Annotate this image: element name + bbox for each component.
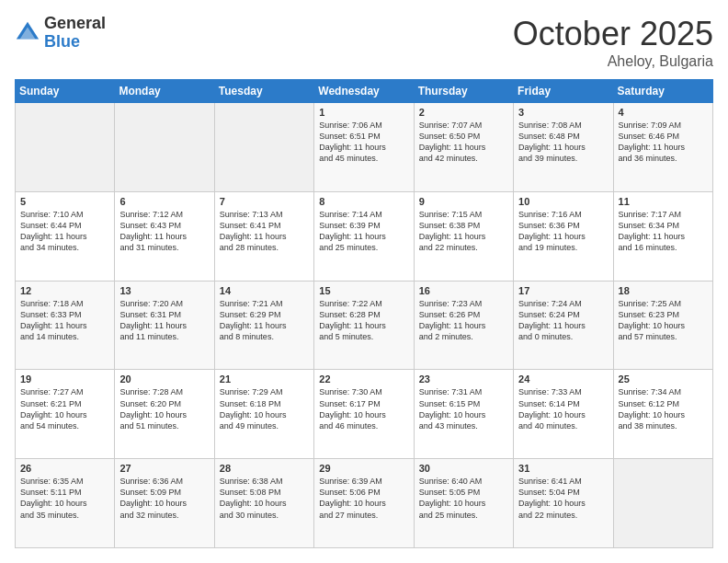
day-number: 2 bbox=[419, 107, 508, 118]
header-saturday: Saturday bbox=[613, 80, 712, 103]
sunset-text: Sunset: 6:29 PM bbox=[220, 309, 309, 320]
calendar-cell: 24Sunrise: 7:33 AMSunset: 6:14 PMDayligh… bbox=[514, 370, 613, 459]
calendar-cell: 15Sunrise: 7:22 AMSunset: 6:28 PMDayligh… bbox=[314, 281, 414, 370]
sunrise-text: Sunrise: 7:17 AM bbox=[619, 209, 708, 220]
daylight-text: and 25 minutes. bbox=[319, 242, 408, 253]
sunrise-text: Sunrise: 7:12 AM bbox=[119, 209, 209, 220]
sunrise-text: Sunrise: 7:09 AM bbox=[619, 120, 708, 131]
daylight-text: and 25 minutes. bbox=[419, 510, 508, 521]
sunset-text: Sunset: 6:15 PM bbox=[419, 398, 508, 409]
day-number: 8 bbox=[319, 196, 408, 207]
day-number: 20 bbox=[119, 373, 209, 385]
sunrise-text: Sunrise: 7:14 AM bbox=[319, 209, 408, 220]
daylight-text: and 35 minutes. bbox=[20, 510, 109, 521]
daylight-text: and 54 minutes. bbox=[20, 420, 109, 431]
calendar-cell: 13Sunrise: 7:20 AMSunset: 6:31 PMDayligh… bbox=[115, 281, 214, 370]
calendar-cell: 16Sunrise: 7:23 AMSunset: 6:26 PMDayligh… bbox=[414, 281, 513, 370]
day-number: 16 bbox=[419, 285, 508, 296]
daylight-text: Daylight: 11 hours bbox=[518, 231, 608, 242]
header-wednesday: Wednesday bbox=[314, 80, 414, 103]
daylight-text: Daylight: 10 hours bbox=[619, 320, 708, 331]
sunset-text: Sunset: 6:38 PM bbox=[419, 220, 508, 231]
sunrise-text: Sunrise: 7:28 AM bbox=[119, 386, 209, 397]
sunset-text: Sunset: 6:43 PM bbox=[119, 220, 209, 231]
sunset-text: Sunset: 6:50 PM bbox=[419, 131, 508, 142]
sunset-text: Sunset: 6:46 PM bbox=[619, 131, 708, 142]
sunrise-text: Sunrise: 7:30 AM bbox=[319, 386, 408, 397]
calendar-cell bbox=[214, 103, 313, 192]
daylight-text: and 45 minutes. bbox=[319, 153, 408, 164]
daylight-text: and 16 minutes. bbox=[619, 242, 708, 253]
day-number: 4 bbox=[619, 107, 708, 118]
sunset-text: Sunset: 6:44 PM bbox=[20, 220, 109, 231]
daylight-text: and 2 minutes. bbox=[419, 331, 508, 342]
calendar-cell: 26Sunrise: 6:35 AMSunset: 5:11 PMDayligh… bbox=[16, 459, 115, 548]
sunrise-text: Sunrise: 6:40 AM bbox=[419, 476, 508, 487]
sunset-text: Sunset: 5:04 PM bbox=[518, 487, 608, 498]
daylight-text: and 49 minutes. bbox=[220, 420, 309, 431]
month-title: October 2025 bbox=[513, 15, 713, 53]
daylight-text: Daylight: 11 hours bbox=[319, 142, 408, 153]
sunrise-text: Sunrise: 7:23 AM bbox=[419, 298, 508, 309]
day-number: 11 bbox=[619, 196, 708, 207]
title-block: October 2025 Aheloy, Bulgaria bbox=[513, 15, 713, 70]
daylight-text: Daylight: 11 hours bbox=[20, 231, 109, 242]
day-number: 27 bbox=[119, 463, 209, 474]
sunset-text: Sunset: 5:05 PM bbox=[419, 487, 508, 498]
daylight-text: Daylight: 11 hours bbox=[20, 320, 109, 331]
calendar-cell: 29Sunrise: 6:39 AMSunset: 5:06 PMDayligh… bbox=[314, 459, 414, 548]
calendar-cell: 7Sunrise: 7:13 AMSunset: 6:41 PMDaylight… bbox=[214, 191, 313, 281]
day-number: 6 bbox=[119, 196, 209, 207]
day-number: 23 bbox=[419, 373, 508, 385]
daylight-text: Daylight: 11 hours bbox=[619, 142, 708, 153]
daylight-text: Daylight: 11 hours bbox=[518, 142, 608, 153]
sunset-text: Sunset: 6:41 PM bbox=[220, 220, 309, 231]
sunrise-text: Sunrise: 7:10 AM bbox=[20, 209, 109, 220]
header-friday: Friday bbox=[514, 80, 613, 103]
calendar-cell: 10Sunrise: 7:16 AMSunset: 6:36 PMDayligh… bbox=[514, 191, 613, 281]
daylight-text: Daylight: 10 hours bbox=[220, 409, 309, 420]
daylight-text: Daylight: 10 hours bbox=[119, 498, 209, 509]
calendar-cell: 9Sunrise: 7:15 AMSunset: 6:38 PMDaylight… bbox=[414, 191, 513, 281]
calendar-cell: 6Sunrise: 7:12 AMSunset: 6:43 PMDaylight… bbox=[115, 191, 214, 281]
daylight-text: and 51 minutes. bbox=[119, 420, 209, 431]
location: Aheloy, Bulgaria bbox=[513, 53, 713, 70]
daylight-text: and 38 minutes. bbox=[619, 420, 708, 431]
calendar-cell: 22Sunrise: 7:30 AMSunset: 6:17 PMDayligh… bbox=[314, 370, 414, 459]
sunset-text: Sunset: 6:31 PM bbox=[119, 309, 209, 320]
daylight-text: Daylight: 10 hours bbox=[619, 409, 708, 420]
sunset-text: Sunset: 6:39 PM bbox=[319, 220, 408, 231]
daylight-text: and 32 minutes. bbox=[119, 510, 209, 521]
calendar-cell: 19Sunrise: 7:27 AMSunset: 6:21 PMDayligh… bbox=[16, 370, 115, 459]
daylight-text: and 8 minutes. bbox=[220, 331, 309, 342]
daylight-text: and 43 minutes. bbox=[419, 420, 508, 431]
day-number: 10 bbox=[518, 196, 608, 207]
daylight-text: and 39 minutes. bbox=[518, 153, 608, 164]
sunset-text: Sunset: 6:20 PM bbox=[119, 398, 209, 409]
sunrise-text: Sunrise: 7:21 AM bbox=[220, 298, 309, 309]
daylight-text: and 11 minutes. bbox=[119, 331, 209, 342]
daylight-text: and 28 minutes. bbox=[220, 242, 309, 253]
day-number: 25 bbox=[619, 373, 708, 385]
calendar-cell: 3Sunrise: 7:08 AMSunset: 6:48 PMDaylight… bbox=[514, 103, 613, 192]
daylight-text: and 27 minutes. bbox=[319, 510, 408, 521]
day-number: 30 bbox=[419, 463, 508, 474]
daylight-text: Daylight: 11 hours bbox=[319, 231, 408, 242]
sunset-text: Sunset: 6:26 PM bbox=[419, 309, 508, 320]
calendar-cell: 18Sunrise: 7:25 AMSunset: 6:23 PMDayligh… bbox=[613, 281, 712, 370]
day-number: 14 bbox=[220, 285, 309, 296]
page: General Blue October 2025 Aheloy, Bulgar… bbox=[0, 0, 728, 563]
calendar-cell: 21Sunrise: 7:29 AMSunset: 6:18 PMDayligh… bbox=[214, 370, 313, 459]
daylight-text: Daylight: 10 hours bbox=[319, 498, 408, 509]
day-number: 5 bbox=[20, 196, 109, 207]
calendar-cell: 5Sunrise: 7:10 AMSunset: 6:44 PMDaylight… bbox=[16, 191, 115, 281]
calendar-cell: 25Sunrise: 7:34 AMSunset: 6:12 PMDayligh… bbox=[613, 370, 712, 459]
sunrise-text: Sunrise: 7:08 AM bbox=[518, 120, 608, 131]
header: General Blue October 2025 Aheloy, Bulgar… bbox=[15, 15, 713, 70]
sunset-text: Sunset: 5:06 PM bbox=[319, 487, 408, 498]
calendar-week-row-2: 12Sunrise: 7:18 AMSunset: 6:33 PMDayligh… bbox=[16, 281, 713, 370]
daylight-text: Daylight: 10 hours bbox=[419, 498, 508, 509]
sunrise-text: Sunrise: 7:25 AM bbox=[619, 298, 708, 309]
day-number: 24 bbox=[518, 373, 608, 385]
calendar-cell: 4Sunrise: 7:09 AMSunset: 6:46 PMDaylight… bbox=[613, 103, 712, 192]
